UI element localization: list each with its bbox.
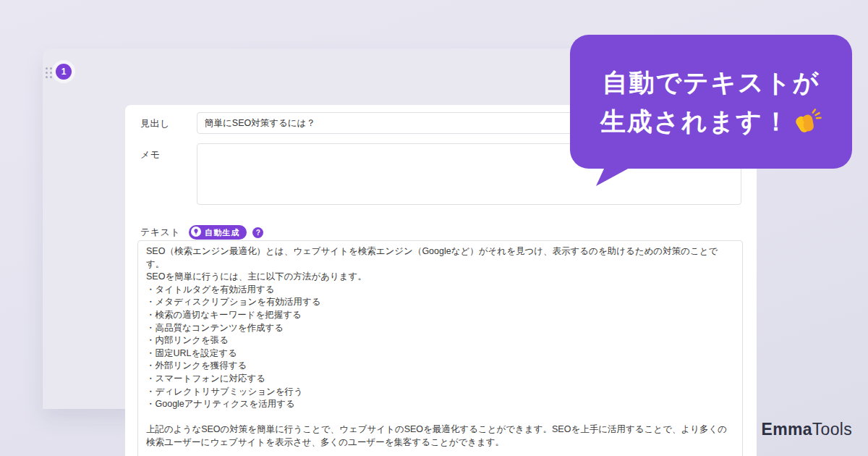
bubble-tail [583,167,634,187]
emmatools-logo: EmmaTools [762,420,852,439]
item-gutter: 1 [43,48,82,409]
text-label: テキスト [140,226,180,239]
drag-handle-icon[interactable] [46,67,52,78]
clap-emoji-icon [794,108,822,135]
help-icon[interactable]: ? [252,227,263,238]
lightbulb-icon [191,227,201,238]
auto-generate-badge[interactable]: 自動生成 [189,225,247,240]
logo-text-bold: Emma [762,420,812,439]
memo-label: メモ [140,148,161,161]
logo-text-light: Tools [812,420,852,439]
heading-label: 見出し [140,117,170,130]
auto-generate-label: 自動生成 [205,227,239,238]
callout-bubble: 自動でテキストが 生成されます！ [570,35,852,169]
callout-line1: 自動でテキストが [603,63,820,102]
item-number-badge: 1 [56,64,72,80]
callout-line2: 生成されます！ [600,102,790,141]
generated-text-textarea[interactable]: SEO（検索エンジン最適化）とは、ウェブサイトを検索エンジン（Googleなど）… [137,240,743,456]
text-field-header: テキスト 自動生成 ? [140,225,263,240]
